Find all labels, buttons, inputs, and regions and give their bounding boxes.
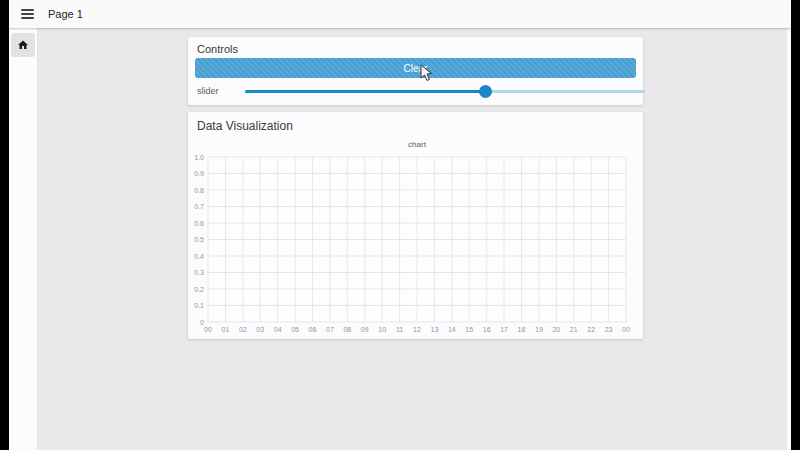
y-tick-label: 0.5 — [194, 236, 204, 243]
x-tick-label: 10 — [378, 326, 386, 333]
x-tick-label: 06 — [309, 326, 317, 333]
home-icon — [17, 39, 29, 51]
x-tick-label: 09 — [361, 326, 369, 333]
sidebar — [9, 28, 38, 450]
viz-card-title: Data Visualization — [197, 119, 293, 133]
x-tick-label: 12 — [413, 326, 421, 333]
y-tick-label: 0.2 — [194, 286, 204, 293]
clear-button[interactable]: Clear — [195, 58, 636, 78]
x-tick-label: 19 — [535, 326, 543, 333]
x-tick-label: 07 — [326, 326, 334, 333]
home-button[interactable] — [11, 33, 35, 57]
x-tick-label: 03 — [256, 326, 264, 333]
slider-thumb[interactable] — [479, 85, 492, 98]
x-tick-label: 18 — [518, 326, 526, 333]
x-tick-label: 04 — [274, 326, 282, 333]
y-tick-label: 0.7 — [194, 203, 204, 210]
y-tick-label: 1.0 — [194, 154, 204, 161]
chart-title: chart — [408, 140, 427, 149]
slider-fill — [245, 90, 485, 93]
slider-label: slider — [197, 86, 219, 96]
x-tick-label: 15 — [465, 326, 473, 333]
x-tick-label: 02 — [239, 326, 247, 333]
x-tick-label: 00 — [204, 326, 212, 333]
controls-card: Controls Clear slider — [188, 37, 643, 105]
chart-canvas[interactable]: 1.00.90.80.70.60.50.40.30.20.10000102030… — [190, 135, 640, 335]
menu-icon[interactable] — [21, 9, 34, 19]
letterbox-right — [791, 0, 800, 450]
y-tick-label: 0.3 — [194, 269, 204, 276]
y-tick-label: 0.9 — [194, 170, 204, 177]
y-tick-label: 0.8 — [194, 187, 204, 194]
x-tick-label: 16 — [483, 326, 491, 333]
top-bar: Page 1 — [9, 0, 791, 28]
x-tick-label: 17 — [500, 326, 508, 333]
app-window: Page 1 Controls Clear slider Data Visu — [9, 0, 791, 450]
x-tick-label: 01 — [222, 326, 230, 333]
x-tick-label: 08 — [343, 326, 351, 333]
y-tick-label: 0 — [200, 319, 204, 326]
data-visualization-card: Data Visualization 1.00.90.80.70.60.50.4… — [188, 112, 643, 339]
controls-card-title: Controls — [197, 43, 238, 55]
letterbox-left — [0, 0, 9, 450]
x-tick-label: 13 — [431, 326, 439, 333]
y-tick-label: 0.1 — [194, 302, 204, 309]
x-tick-label: 23 — [605, 326, 613, 333]
page-edge — [787, 28, 791, 450]
slider-row: slider — [197, 83, 637, 99]
x-tick-label: 14 — [448, 326, 456, 333]
x-tick-label: 22 — [587, 326, 595, 333]
x-tick-label: 21 — [570, 326, 578, 333]
x-tick-label: 20 — [552, 326, 560, 333]
x-tick-label: 11 — [396, 326, 403, 333]
x-tick-label: 05 — [291, 326, 299, 333]
y-tick-label: 0.6 — [194, 220, 204, 227]
slider[interactable] — [245, 90, 645, 93]
y-tick-label: 0.4 — [194, 253, 204, 260]
page-title: Page 1 — [48, 8, 83, 20]
screen: Page 1 Controls Clear slider Data Visu — [0, 0, 800, 450]
x-tick-label: 00 — [622, 326, 630, 333]
